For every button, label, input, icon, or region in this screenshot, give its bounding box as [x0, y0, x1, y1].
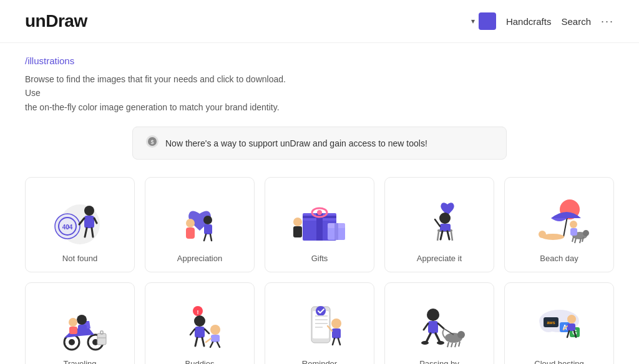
main-content: /illustrations Browse to find the images… — [0, 43, 639, 364]
svg-line-89 — [438, 323, 444, 328]
illustration-card[interactable]: Reminder — [265, 282, 374, 364]
illustration-image — [522, 190, 597, 246]
svg-line-19 — [210, 234, 212, 241]
svg-point-44 — [583, 230, 589, 236]
svg-line-73 — [210, 342, 213, 347]
color-swatch[interactable] — [479, 12, 496, 30]
illustration-label: Buddies — [185, 359, 215, 364]
svg-rect-71 — [211, 335, 220, 342]
svg-text:aws: aws — [547, 320, 555, 325]
more-menu-button[interactable]: ··· — [601, 15, 614, 28]
svg-point-49 — [570, 221, 577, 228]
svg-line-46 — [575, 238, 576, 243]
svg-point-55 — [77, 315, 87, 325]
svg-line-68 — [195, 338, 197, 346]
logo[interactable]: unDraw — [25, 11, 87, 31]
illustration-label: Beach day — [540, 254, 578, 263]
svg-point-42 — [539, 231, 546, 238]
svg-point-16 — [203, 216, 212, 224]
svg-line-33 — [451, 232, 452, 241]
illustration-card[interactable]: ! Buddies — [145, 282, 255, 364]
svg-line-98 — [447, 342, 449, 347]
svg-rect-15 — [186, 228, 195, 239]
svg-rect-112 — [567, 323, 575, 331]
illustration-card[interactable]: Gifts — [265, 177, 374, 272]
svg-point-34 — [439, 213, 451, 224]
illustration-card[interactable]: aws A G Cloud hosting — [504, 282, 614, 364]
svg-point-29 — [293, 218, 302, 226]
svg-line-32 — [437, 232, 439, 241]
svg-line-36 — [441, 231, 442, 239]
svg-text:!: ! — [197, 309, 199, 315]
illustration-card[interactable]: Appreciation — [145, 177, 255, 272]
svg-point-6 — [84, 206, 94, 216]
svg-line-74 — [217, 342, 220, 347]
site-header: unDraw ▾ Handcrafts Search ··· — [0, 0, 639, 43]
svg-text:↺: ↺ — [66, 224, 70, 230]
svg-line-66 — [190, 329, 195, 335]
svg-rect-65 — [195, 327, 205, 338]
handcrafts-link[interactable]: Handcrafts — [506, 16, 552, 27]
illustration-label: Traveling — [64, 359, 97, 364]
svg-line-69 — [202, 338, 204, 346]
breadcrumb: /illustrations — [25, 55, 614, 66]
illustration-image: ! — [162, 295, 237, 352]
illustration-label: Gifts — [311, 254, 328, 263]
svg-line-45 — [572, 237, 573, 242]
svg-rect-50 — [570, 228, 577, 236]
illustration-image: 404 ↺ — [42, 190, 117, 246]
svg-line-37 — [447, 231, 449, 239]
illustration-image — [162, 190, 237, 246]
svg-rect-7 — [84, 216, 94, 228]
illustration-card[interactable]: Beach day — [504, 177, 614, 272]
svg-point-96 — [457, 331, 465, 338]
illustration-card[interactable]: Appreciate it — [384, 177, 494, 272]
illustration-image — [402, 190, 477, 246]
illustration-label: Not found — [62, 254, 97, 263]
illustration-label: Cloud hosting — [534, 359, 584, 364]
illustration-label: Reminder — [302, 359, 337, 364]
svg-line-38 — [435, 219, 440, 226]
svg-rect-83 — [332, 328, 341, 338]
illustration-image: aws A G — [522, 295, 597, 352]
search-link[interactable]: Search — [561, 16, 591, 27]
illustration-image — [282, 190, 357, 246]
illustration-image — [282, 295, 357, 352]
page-description: Browse to find the images that fit your … — [25, 72, 287, 114]
svg-line-101 — [459, 342, 460, 347]
svg-rect-17 — [204, 224, 212, 234]
promo-text: Now there's a way to support unDraw and … — [165, 138, 427, 148]
svg-line-90 — [424, 323, 428, 330]
svg-rect-28 — [334, 223, 338, 240]
svg-line-67 — [205, 329, 209, 333]
svg-rect-56 — [78, 325, 87, 333]
illustration-image — [42, 295, 117, 352]
illustrations-grid: 404 ↺ Not found — [25, 177, 614, 364]
illustration-card[interactable]: 404 ↺ Not found — [25, 177, 135, 272]
svg-rect-30 — [293, 226, 302, 237]
illustration-card[interactable]: Passing by — [384, 282, 494, 364]
svg-line-72 — [206, 338, 211, 342]
svg-point-57 — [69, 318, 77, 327]
promo-banner[interactable]: $ Now there's a way to support unDraw an… — [132, 127, 507, 160]
svg-point-70 — [210, 325, 220, 335]
illustration-image — [402, 295, 477, 352]
svg-text:$: $ — [150, 139, 154, 145]
svg-point-14 — [186, 219, 195, 228]
svg-point-53 — [69, 339, 75, 345]
svg-line-11 — [92, 228, 93, 237]
svg-point-25 — [317, 210, 322, 215]
color-picker-wrapper: ▾ — [471, 12, 496, 30]
svg-rect-88 — [428, 321, 438, 333]
svg-line-92 — [436, 333, 440, 342]
dropdown-arrow-icon[interactable]: ▾ — [471, 17, 475, 26]
svg-line-91 — [426, 333, 431, 342]
svg-point-111 — [567, 315, 576, 323]
svg-line-86 — [338, 338, 340, 345]
svg-rect-61 — [100, 331, 103, 334]
svg-point-94 — [437, 341, 444, 345]
svg-rect-58 — [69, 327, 77, 334]
illustration-card[interactable]: Traveling — [25, 282, 135, 364]
illustration-label: Appreciate it — [417, 254, 462, 263]
illustration-label: Appreciation — [177, 254, 222, 263]
